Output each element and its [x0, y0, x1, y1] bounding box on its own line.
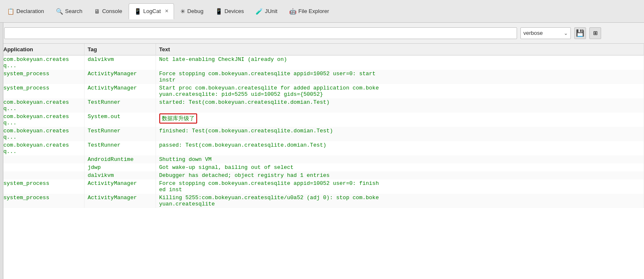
table-row[interactable]: system_processActivityManagerForce stopp… — [0, 70, 644, 84]
cell-application: system_process — [0, 84, 84, 98]
log-container: Application Tag Text com.bokeyuan.create… — [0, 44, 644, 279]
cell-text: 数据库升级了 — [156, 113, 644, 127]
cell-text: Not late-enabling CheckJNI (already on) — [156, 55, 644, 70]
highlighted-text: 数据库升级了 — [159, 113, 197, 124]
cell-application: com.bokeyuan.createsq... — [0, 141, 84, 155]
toolbar: verbose ⌄ 💾 ⊞ — [0, 23, 644, 44]
table-row[interactable]: jdwpGot wake-up signal, bailing out of s… — [0, 163, 644, 171]
file-explorer-icon: 🤖 — [289, 8, 296, 15]
log-table: Application Tag Text com.bokeyuan.create… — [0, 44, 644, 208]
save-icon: 💾 — [576, 29, 584, 37]
logcat-icon: 📱 — [134, 8, 141, 15]
cell-application: system_process — [0, 194, 84, 208]
tab-file-explorer-label: File Explorer — [298, 8, 329, 14]
tab-logcat-label: LogCat — [143, 8, 161, 14]
tab-devices[interactable]: 📱 Devices — [210, 3, 249, 19]
tab-declaration-label: Declaration — [16, 8, 44, 14]
cell-tag: TestRunner — [84, 141, 156, 155]
col-header-tag: Tag — [84, 44, 156, 55]
cell-application: system_process — [0, 179, 84, 194]
table-row[interactable]: system_processActivityManagerForce stopp… — [0, 179, 644, 194]
tab-debug[interactable]: ✳ Debug — [175, 3, 209, 19]
cell-text: Got wake-up signal, bailing out of selec… — [156, 163, 644, 171]
search-icon: 🔍 — [56, 8, 63, 15]
cell-tag: TestRunner — [84, 98, 156, 113]
table-row[interactable]: com.bokeyuan.createsq...System.out数据库升级了 — [0, 113, 644, 127]
cell-application: com.bokeyuan.createsq... — [0, 113, 84, 127]
tab-console-label: Console — [102, 8, 122, 14]
verbose-label: verbose — [523, 30, 562, 36]
cell-text: Shutting down VM — [156, 155, 644, 163]
cell-tag: TestRunner — [84, 127, 156, 141]
tab-logcat[interactable]: 📱 LogCat ✕ — [129, 3, 174, 19]
tab-declaration[interactable]: 📋 Declaration — [2, 3, 50, 19]
cell-tag: ActivityManager — [84, 179, 156, 194]
col-header-application: Application — [0, 44, 84, 55]
cell-text: Debugger has detached; object registry h… — [156, 171, 644, 179]
table-row[interactable]: AndroidRuntimeShutting down VM — [0, 155, 644, 163]
verbose-select[interactable]: verbose ⌄ — [520, 27, 571, 39]
tab-logcat-close[interactable]: ✕ — [165, 8, 169, 14]
debug-icon: ✳ — [180, 8, 185, 15]
extra-icon: ⊞ — [593, 30, 598, 36]
tab-console[interactable]: 🖥 Console — [89, 3, 128, 19]
cell-application: com.bokeyuan.createsq... — [0, 55, 84, 70]
table-row[interactable]: com.bokeyuan.createsq...TestRunnerpassed… — [0, 141, 644, 155]
cell-tag: ActivityManager — [84, 84, 156, 98]
cell-tag: System.out — [84, 113, 156, 127]
cell-text: Start proc com.bokeyuan.createsqlite for… — [156, 84, 644, 98]
tab-bar: 📋 Declaration 🔍 Search 🖥 Console 📱 LogCa… — [0, 0, 644, 23]
tab-file-explorer[interactable]: 🤖 File Explorer — [284, 3, 335, 19]
cell-application — [0, 171, 84, 179]
tab-junit-label: JUnit — [265, 8, 277, 14]
table-header-row: Application Tag Text — [0, 44, 644, 55]
save-button[interactable]: 💾 — [574, 27, 586, 39]
cell-application — [0, 155, 84, 163]
cell-application: com.bokeyuan.createsq... — [0, 98, 84, 113]
junit-icon: 🧪 — [256, 8, 263, 15]
tab-junit[interactable]: 🧪 JUnit — [250, 3, 283, 19]
tab-search[interactable]: 🔍 Search — [50, 3, 88, 19]
cell-text: finished: Test(com.bokeyuan.createsqlite… — [156, 127, 644, 141]
tab-search-label: Search — [65, 8, 82, 14]
cell-tag: jdwp — [84, 163, 156, 171]
cell-tag: ActivityManager — [84, 70, 156, 84]
devices-icon: 📱 — [215, 8, 222, 15]
cell-text: passed: Test(com.bokeyuan.createsqlite.d… — [156, 141, 644, 155]
cell-text: Killing 5255:com.bokeyuan.createsqlite/u… — [156, 194, 644, 208]
side-panel — [0, 23, 3, 279]
declaration-icon: 📋 — [7, 8, 14, 15]
table-row[interactable]: com.bokeyuan.createsq...TestRunnerstarte… — [0, 98, 644, 113]
tab-debug-label: Debug — [187, 8, 203, 14]
col-header-text: Text — [156, 44, 644, 55]
table-row[interactable]: dalvikvmDebugger has detached; object re… — [0, 171, 644, 179]
cell-tag: AndroidRuntime — [84, 155, 156, 163]
cell-text: Force stopping com.bokeyuan.createsqlite… — [156, 179, 644, 194]
cell-application: system_process — [0, 70, 84, 84]
table-row[interactable]: com.bokeyuan.createsq...dalvikvmNot late… — [0, 55, 644, 70]
cell-application: com.bokeyuan.createsq... — [0, 127, 84, 141]
cell-tag: dalvikvm — [84, 55, 156, 70]
cell-text: Force stopping com.bokeyuan.createsqlite… — [156, 70, 644, 84]
table-row[interactable]: com.bokeyuan.createsq...TestRunnerfinish… — [0, 127, 644, 141]
console-icon: 🖥 — [94, 8, 100, 15]
cell-application — [0, 163, 84, 171]
table-row[interactable]: system_processActivityManagerStart proc … — [0, 84, 644, 98]
tab-devices-label: Devices — [224, 8, 244, 14]
cell-text: started: Test(com.bokeyuan.createsqlite.… — [156, 98, 644, 113]
table-row[interactable]: system_processActivityManagerKilling 525… — [0, 194, 644, 208]
cell-tag: dalvikvm — [84, 171, 156, 179]
filter-input[interactable] — [4, 27, 517, 39]
chevron-down-icon: ⌄ — [564, 30, 568, 36]
cell-tag: ActivityManager — [84, 194, 156, 208]
extra-button[interactable]: ⊞ — [589, 27, 601, 39]
